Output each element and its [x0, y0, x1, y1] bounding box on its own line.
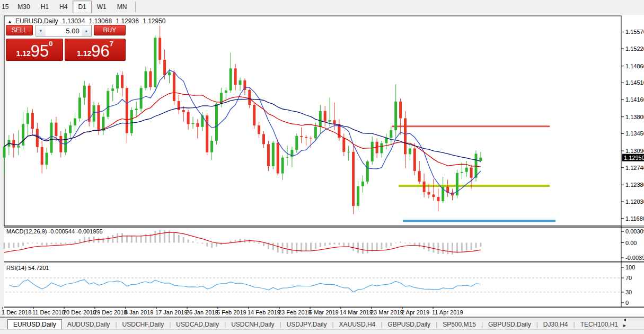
macd-histogram-bar: [126, 236, 128, 243]
macd-histogram-bar: [136, 237, 137, 243]
macd-histogram-bar: [409, 243, 411, 243]
candle-body: [168, 72, 171, 75]
macd-histogram-bar: [206, 243, 208, 247]
candle-body: [281, 158, 284, 174]
macd-histogram-bar: [89, 237, 90, 242]
macd-histogram-bar: [287, 243, 288, 254]
macd-histogram-bar: [362, 243, 364, 254]
chart-symbol-period: EURUSD,Daily: [15, 17, 58, 25]
mt4-window: 15M30H1H4D1W1MN ▲EURUSD,Daily 1.13034 1.…: [0, 0, 644, 334]
macd-histogram-bar: [376, 243, 378, 251]
macd-histogram-bar: [277, 243, 279, 253]
buy-price-prefix: 1.12: [77, 49, 91, 58]
candle-body: [404, 118, 407, 154]
candle-body: [121, 75, 123, 88]
candle-body: [126, 88, 128, 133]
trade-top-row: SELL ▾ ▴ BUY: [6, 25, 126, 35]
macd-histogram-bar: [433, 243, 434, 253]
date-label: 29 Dec 2018: [94, 309, 127, 315]
candle-body: [116, 75, 119, 88]
quote-close: 1.12950: [143, 17, 165, 25]
quote-open: 1.13034: [62, 17, 85, 25]
date-label: 23 Feb 2019: [278, 309, 311, 315]
macd-histogram-bar: [395, 243, 396, 243]
ma-line-7: [4, 70, 481, 194]
macd-histogram-bar: [211, 243, 213, 248]
macd-histogram-bar: [456, 243, 458, 254]
candle-body: [206, 115, 208, 152]
candle-body: [428, 192, 430, 195]
macd-histogram-bar: [334, 243, 336, 245]
candle-body: [305, 137, 307, 138]
macd-histogram-bar: [22, 243, 24, 246]
macd-histogram-bar: [164, 230, 165, 242]
buy-button[interactable]: BUY: [94, 25, 126, 35]
macd-histogram-bar: [121, 233, 123, 243]
volume-input[interactable]: [46, 25, 82, 36]
candle-body: [27, 113, 29, 124]
candle-body: [230, 68, 232, 91]
price-tick-label: 1.14510: [625, 79, 644, 86]
candle-body: [74, 118, 76, 125]
candle-body: [333, 120, 336, 124]
price-tick-label: 1.13090: [625, 148, 644, 154]
candle-body: [46, 153, 48, 165]
candle-body: [135, 109, 138, 110]
sell-price-sup: 0: [49, 40, 52, 48]
candle-body: [277, 143, 279, 174]
macd-histogram-bar: [51, 243, 52, 245]
macd-histogram-bar: [32, 243, 33, 243]
macd-histogram-bar: [315, 243, 316, 249]
macd-histogram-bar: [112, 235, 113, 243]
macd-histogram-bar: [385, 243, 387, 248]
price-tick-label: 1.14860: [625, 63, 644, 69]
candle-body: [381, 143, 383, 154]
macd-histogram-bar: [216, 243, 217, 247]
candle-body: [295, 136, 298, 150]
macd-histogram-bar: [381, 243, 383, 250]
macd-histogram-bar: [437, 243, 439, 254]
sell-price-button[interactable]: 1.12950: [6, 39, 63, 61]
macd-histogram-bar: [41, 243, 43, 246]
volume-decrease-button[interactable]: ▾: [36, 25, 46, 36]
candle-body: [366, 161, 369, 182]
macd-histogram-bar: [27, 243, 29, 244]
macd-histogram-bar: [466, 243, 467, 251]
macd-histogram-bar: [4, 243, 5, 249]
macd-histogram-bar: [131, 236, 133, 243]
candle-body: [329, 120, 331, 122]
price-tick-label: 1.11680: [625, 215, 644, 222]
macd-histogram-bar: [79, 239, 81, 242]
candle-body: [55, 123, 57, 136]
candle-body: [145, 71, 147, 88]
candle-body: [324, 111, 327, 122]
candle-body: [248, 90, 251, 105]
volume-stepper: ▾ ▴: [36, 25, 92, 37]
price-tick-label: 1.12740: [625, 165, 644, 171]
macd-histogram-bar: [55, 243, 57, 244]
date-label: 8 Jan 2019: [125, 309, 153, 315]
macd-histogram-bar: [46, 243, 48, 246]
buy-price-button[interactable]: 1.12967: [65, 39, 126, 61]
price-tick-label: 1.13800: [625, 114, 644, 120]
macd-histogram-bar: [471, 243, 472, 250]
macd-histogram-bar: [301, 243, 302, 252]
candle-body: [437, 197, 439, 201]
macd-histogram-bar: [65, 243, 66, 244]
buy-price-big: 96: [91, 43, 109, 59]
candle-body: [69, 125, 72, 133]
volume-increase-button[interactable]: ▴: [82, 25, 91, 36]
candle-body: [239, 80, 242, 85]
macd-histogram-bar: [329, 243, 331, 245]
candle-body: [465, 168, 468, 172]
collapse-triangle-icon[interactable]: ▲: [7, 19, 12, 24]
candle-body: [352, 152, 355, 206]
rsi-scale-label: 70: [625, 275, 632, 281]
sell-button[interactable]: SELL: [6, 25, 33, 35]
macd-histogram-bar: [107, 236, 109, 242]
date-label: 14 Mar 2019: [340, 309, 373, 315]
indicator-scales: 0.0030950.00-0.00394710070300: [621, 228, 644, 306]
candle-body: [12, 140, 15, 147]
macd-histogram-bar: [201, 243, 203, 244]
rsi-label: RSI(14) 54.7201: [6, 265, 49, 271]
